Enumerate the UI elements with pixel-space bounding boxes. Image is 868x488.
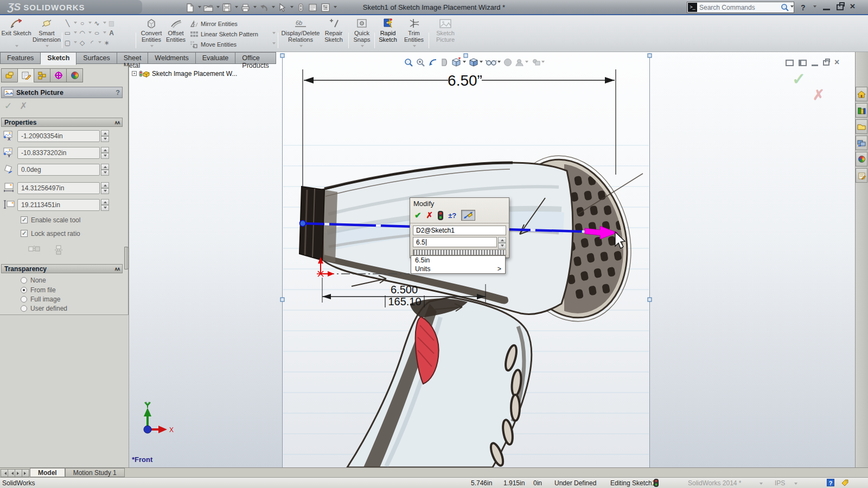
tree-expand-icon[interactable]: + xyxy=(132,71,137,76)
angle-input[interactable]: 0.0deg xyxy=(17,164,100,176)
enable-scale-tool-checkbox[interactable]: ✓ xyxy=(21,216,28,223)
quick-snaps-button[interactable]: Quick Snaps xyxy=(350,17,373,50)
tolerance-button[interactable]: ±? xyxy=(448,211,456,220)
viewport-single-icon[interactable] xyxy=(786,60,794,66)
modify-dialog[interactable]: Modify ✔ ✗ ±? D2@Sketch1 6.5 xyxy=(410,197,509,258)
confirmation-corner-cancel[interactable]: ✗ xyxy=(813,87,825,104)
search-icon[interactable] xyxy=(781,3,789,12)
display-style-icon[interactable] xyxy=(469,57,483,67)
panel-help-icon[interactable]: ? xyxy=(116,89,120,97)
view-settings-icon[interactable] xyxy=(531,58,545,67)
panel-splitter-handle[interactable] xyxy=(124,247,129,269)
modify-cancel-button[interactable]: ✗ xyxy=(426,210,433,220)
slot-tool[interactable]: ▢ xyxy=(63,39,72,47)
dropdown-option-65in[interactable]: 6.5in xyxy=(411,256,505,265)
value-spinner[interactable] xyxy=(498,237,506,247)
edit-appearance-icon[interactable] xyxy=(503,58,512,67)
angle-spinner[interactable] xyxy=(101,164,109,176)
doc-close-icon[interactable]: × xyxy=(834,57,839,67)
design-library-icon[interactable] xyxy=(856,119,867,134)
modify-dialog-title[interactable]: Modify xyxy=(410,198,509,209)
status-version[interactable]: SolidWorks 2014 * xyxy=(688,479,742,487)
display-delete-relations-button[interactable]: 6b Display/Delete Relations xyxy=(281,17,320,50)
close-button[interactable]: × xyxy=(850,1,856,12)
width-spinner[interactable] xyxy=(101,182,109,194)
status-tag-icon[interactable] xyxy=(841,479,849,488)
tab-office-products[interactable]: Office Products xyxy=(235,52,276,64)
circle-tool[interactable]: ○ xyxy=(78,20,87,27)
spline-tool[interactable]: ∿ xyxy=(92,20,101,27)
confirmation-corner-ok[interactable]: ✓ xyxy=(792,69,806,88)
resources-icon[interactable] xyxy=(856,103,867,118)
text-tool[interactable]: A xyxy=(107,29,116,37)
search-commands-box[interactable]: >_ Search Commands xyxy=(687,2,794,13)
search-input[interactable]: Search Commands xyxy=(699,4,781,11)
help-button[interactable]: ? xyxy=(801,3,806,12)
collapse-chevron-icon[interactable]: ∧∧ xyxy=(114,266,119,272)
transparency-section-header[interactable]: Transparency∧∧ xyxy=(1,264,123,273)
ellipse-tool[interactable]: ○ xyxy=(91,29,103,37)
flip-horizontal-icon[interactable] xyxy=(28,245,40,257)
radio-full-image[interactable] xyxy=(21,296,27,303)
linear-pattern-button[interactable]: Linear Sketch Pattern xyxy=(190,29,276,39)
properties-section-header[interactable]: Properties∧∧ xyxy=(1,118,123,127)
help-caret[interactable] xyxy=(813,5,816,9)
restore-button[interactable] xyxy=(837,4,844,10)
tab-sketch[interactable]: Sketch xyxy=(41,52,76,65)
offset-entities-button[interactable]: Offset Entities xyxy=(163,17,189,50)
status-help-icon[interactable]: ? xyxy=(827,479,834,486)
tab-sheet-metal[interactable]: Sheet Metal xyxy=(117,52,149,64)
feature-manager-tab[interactable] xyxy=(1,68,18,82)
rebuild-icon[interactable] xyxy=(438,211,443,220)
apply-scene-icon[interactable] xyxy=(515,58,528,67)
lock-aspect-ratio-checkbox[interactable]: ✓ xyxy=(21,230,28,237)
position-y-spinner[interactable] xyxy=(101,147,109,159)
convert-entities-button[interactable]: Convert Entities xyxy=(138,17,165,50)
viewport-split-icon[interactable] xyxy=(799,60,807,66)
panel-cancel-button[interactable]: ✗ xyxy=(20,101,35,111)
configuration-manager-tab[interactable] xyxy=(34,68,50,82)
exit-sketch-button[interactable]: Exit Sketch xyxy=(1,17,31,50)
radio-user-defined[interactable] xyxy=(21,305,27,312)
appearances-scenes-icon[interactable] xyxy=(856,152,867,166)
tab-nav-prev[interactable] xyxy=(8,469,15,477)
zoom-fit-icon[interactable] xyxy=(404,58,413,67)
dimension-value-input[interactable]: 6.5 xyxy=(413,237,497,247)
tab-evaluate[interactable]: Evaluate xyxy=(196,52,236,64)
tab-weldments[interactable]: Weldments xyxy=(148,52,195,64)
dimxpert-manager-tab[interactable] xyxy=(50,68,67,82)
fillet-tool[interactable]: ◜ xyxy=(87,39,97,47)
panel-ok-button[interactable]: ✓ xyxy=(4,101,20,111)
custom-properties-icon[interactable] xyxy=(856,168,867,183)
home-icon[interactable] xyxy=(856,87,867,101)
doc-restore-icon[interactable] xyxy=(823,60,829,66)
previous-view-icon[interactable] xyxy=(428,58,438,67)
mirror-entities-button[interactable]: Mirror Entities xyxy=(190,18,276,29)
tab-nav-last[interactable] xyxy=(22,469,29,477)
dimension-name-field[interactable]: D2@Sketch1 xyxy=(413,226,506,235)
move-entities-button[interactable]: Move Entities xyxy=(190,39,276,49)
polygon-tool[interactable]: ◇ xyxy=(78,39,87,47)
smart-dimension-button[interactable]: Smart Dimension xyxy=(31,17,62,50)
selection-tool[interactable]: ▨ xyxy=(107,20,116,27)
tree-root-label[interactable]: Sketch Image Placement W... xyxy=(152,70,237,78)
width-input[interactable]: 14.31256497in xyxy=(17,182,100,194)
file-explorer-icon[interactable] xyxy=(856,136,867,150)
minimize-button[interactable] xyxy=(823,9,830,10)
trim-entities-button[interactable]: Trim Entities xyxy=(401,17,426,50)
sketch-picture-button[interactable]: Sketch Picture xyxy=(432,17,459,50)
rectangle-tool[interactable]: ▭ xyxy=(63,29,72,37)
view-orientation-icon[interactable] xyxy=(451,57,466,67)
rapid-sketch-button[interactable]: Rapid Sketch xyxy=(375,17,400,50)
point-tool[interactable]: ∗ xyxy=(102,39,111,47)
position-y-input[interactable]: -10.83373202in xyxy=(17,147,100,159)
zoom-area-icon[interactable] xyxy=(416,58,425,67)
height-spinner[interactable] xyxy=(101,199,109,211)
model-tab[interactable]: Model xyxy=(30,468,65,477)
repair-sketch-button[interactable]: Repair Sketch xyxy=(320,17,347,50)
line-tool[interactable]: ╲ xyxy=(63,20,72,27)
tab-surfaces[interactable]: Surfaces xyxy=(76,52,117,64)
flip-vertical-icon[interactable] xyxy=(54,245,63,257)
modify-ok-button[interactable]: ✔ xyxy=(414,210,422,220)
radio-none[interactable] xyxy=(21,277,27,284)
